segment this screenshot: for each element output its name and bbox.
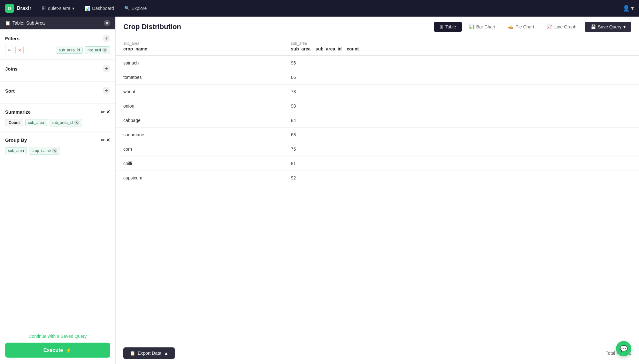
- save-query-chevron-icon: ▾: [623, 24, 626, 29]
- db-selector[interactable]: 🗄 quiet-sierra ▾: [38, 4, 78, 13]
- filters-section: Filters + ✏ ✕ sub_area_id not_null ✕: [0, 29, 115, 60]
- col-crop-name: sub_area crop_name: [116, 37, 283, 56]
- count-cell: 68: [283, 128, 639, 142]
- dashboard-label: Dashboard: [92, 6, 114, 11]
- joins-section: Joins +: [0, 60, 115, 82]
- filter-delete-button[interactable]: ✕: [15, 46, 24, 54]
- page-title: Crop Distribution: [123, 23, 181, 31]
- line-graph-label: Line Graph: [554, 24, 576, 29]
- table-header: 📋 Table: Sub Area ✕: [0, 17, 115, 29]
- view-tabs: ⊞ Table 📊 Bar Chart 🥧 Pie Chart 📈 Line G…: [434, 22, 582, 32]
- table-body: spinach96tomatoes66wheat73onion98cabbage…: [116, 56, 639, 185]
- summarize-edit-button[interactable]: ✏: [101, 109, 105, 115]
- logo-icon: D: [5, 4, 14, 13]
- group-by-field2-close[interactable]: ✕: [52, 148, 57, 153]
- sidebar-bottom: Continue with a Saved Query Execute ⚡: [0, 327, 115, 364]
- group-by-field1-tag[interactable]: sub_area: [5, 147, 27, 154]
- table-close-button[interactable]: ✕: [104, 20, 110, 26]
- tab-pie-chart[interactable]: 🥧 Pie Chart: [502, 22, 540, 32]
- sort-title: Sort: [5, 88, 15, 94]
- app-name: Draxlr: [17, 5, 31, 11]
- col-name-2: sub_area__sub_area_id__count: [291, 46, 359, 51]
- data-table: sub_area crop_name sub_area sub_area__su…: [116, 37, 639, 185]
- filter-row: ✏ ✕ sub_area_id not_null ✕: [5, 46, 110, 54]
- group-by-header: Group By ✏ ✕: [5, 137, 110, 143]
- user-icon: 👤: [623, 5, 630, 12]
- filter-field-tag[interactable]: sub_area_id: [56, 47, 83, 54]
- crop-name-cell: spinach: [116, 56, 283, 70]
- group-by-edit-button[interactable]: ✏: [101, 137, 105, 143]
- topnav: D Draxlr 🗄 quiet-sierra ▾ 📊 Dashboard 🔍 …: [0, 0, 639, 17]
- dashboard-nav[interactable]: 📊 Dashboard: [81, 4, 118, 13]
- crop-name-cell: wheat: [116, 85, 283, 99]
- count-cell: 96: [283, 56, 639, 70]
- dashboard-icon: 📊: [85, 6, 90, 11]
- user-menu[interactable]: 👤 ▾: [623, 5, 634, 12]
- group-by-delete-button[interactable]: ✕: [106, 137, 110, 143]
- save-query-button[interactable]: 💾 Save Query ▾: [585, 22, 631, 32]
- bar-chart-label: Bar Chart: [476, 24, 496, 29]
- add-filter-button[interactable]: +: [103, 34, 110, 42]
- filter-condition-tag[interactable]: not_null ✕: [85, 46, 110, 54]
- table-row: capsicum92: [116, 171, 639, 185]
- filter-condition-close[interactable]: ✕: [102, 48, 107, 53]
- export-label: Export Data: [138, 351, 161, 356]
- crop-name-cell: cabbage: [116, 113, 283, 128]
- app-logo[interactable]: D Draxlr: [5, 4, 31, 13]
- tab-bar-chart[interactable]: 📊 Bar Chart: [463, 22, 501, 32]
- save-query-label: Save Query: [598, 24, 621, 29]
- sort-header: Sort +: [5, 87, 110, 95]
- db-icon: 🗄: [42, 6, 46, 11]
- col-group-1: sub_area: [123, 41, 276, 46]
- summarize-field-tag[interactable]: sub_area: [25, 119, 47, 126]
- group-by-row: sub_area crop_name ✕: [5, 147, 110, 155]
- group-by-section: Group By ✏ ✕ sub_area crop_name ✕: [0, 132, 115, 160]
- content-header: Crop Distribution ⊞ Table 📊 Bar Chart 🥧 …: [116, 17, 639, 37]
- count-cell: 73: [283, 85, 639, 99]
- execute-label: Execute: [43, 347, 63, 353]
- chevron-down-icon: ▾: [72, 6, 74, 11]
- explore-nav[interactable]: 🔍 Explore: [120, 4, 150, 13]
- tab-line-graph[interactable]: 📈 Line Graph: [541, 22, 582, 32]
- line-graph-icon: 📈: [547, 24, 552, 29]
- chat-icon: 💬: [620, 345, 628, 353]
- count-cell: 75: [283, 142, 639, 156]
- crop-name-cell: chilli: [116, 156, 283, 171]
- table-footer: 📋 Export Data ▲ Total Rows:9: [116, 342, 639, 364]
- add-join-button[interactable]: +: [103, 65, 110, 72]
- summarize-field2-close[interactable]: ✕: [74, 120, 79, 125]
- bar-chart-icon: 📊: [469, 24, 474, 29]
- sidebar: 📋 Table: Sub Area ✕ Filters + ✏ ✕ sub_ar…: [0, 17, 116, 364]
- export-icon: 📋: [130, 351, 135, 356]
- summarize-field2-tag[interactable]: sub_area_id ✕: [49, 119, 82, 126]
- joins-header: Joins +: [5, 65, 110, 72]
- table-row: spinach96: [116, 56, 639, 70]
- export-data-button[interactable]: 📋 Export Data ▲: [123, 347, 175, 359]
- summarize-title: Summarize: [5, 109, 31, 115]
- crop-name-cell: sugarcane: [116, 128, 283, 142]
- execute-button[interactable]: Execute ⚡: [5, 343, 110, 358]
- user-chevron-icon: ▾: [631, 5, 634, 12]
- table-row: sugarcane68: [116, 128, 639, 142]
- filter-edit-button[interactable]: ✏: [5, 46, 13, 54]
- col-count: sub_area sub_area__sub_area_id__count: [283, 37, 639, 56]
- crop-name-cell: onion: [116, 99, 283, 113]
- table-label: Table:: [12, 20, 24, 26]
- chat-bubble[interactable]: 💬: [616, 341, 631, 356]
- saved-query-link[interactable]: Continue with a Saved Query: [28, 334, 87, 339]
- export-chevron-icon: ▲: [164, 351, 168, 356]
- summarize-delete-button[interactable]: ✕: [106, 109, 110, 115]
- table-row: tomatoes66: [116, 70, 639, 85]
- count-cell: 84: [283, 113, 639, 128]
- data-table-container: sub_area crop_name sub_area sub_area__su…: [116, 37, 639, 342]
- main-layout: 📋 Table: Sub Area ✕ Filters + ✏ ✕ sub_ar…: [0, 17, 639, 364]
- table-row: wheat73: [116, 85, 639, 99]
- group-by-field2-tag[interactable]: crop_name ✕: [29, 147, 60, 155]
- pie-chart-icon: 🥧: [508, 24, 513, 29]
- group-by-title: Group By: [5, 137, 27, 143]
- table-header-left: 📋 Table: Sub Area: [5, 20, 45, 26]
- tab-table[interactable]: ⊞ Table: [434, 22, 462, 32]
- summarize-section: Summarize ✏ ✕ Count sub_area sub_area_id…: [0, 104, 115, 132]
- explore-label: Explore: [132, 6, 147, 11]
- add-sort-button[interactable]: +: [103, 87, 110, 95]
